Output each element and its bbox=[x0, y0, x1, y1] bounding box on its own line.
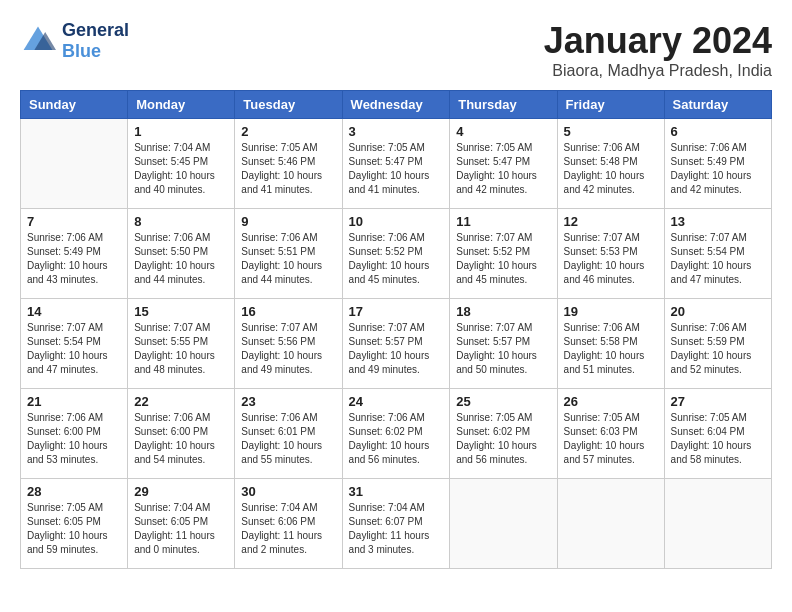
title-area: January 2024 Biaora, Madhya Pradesh, Ind… bbox=[544, 20, 772, 80]
day-number: 28 bbox=[27, 484, 121, 499]
calendar-cell: 12Sunrise: 7:07 AM Sunset: 5:53 PM Dayli… bbox=[557, 209, 664, 299]
day-info: Sunrise: 7:04 AM Sunset: 6:05 PM Dayligh… bbox=[134, 501, 228, 557]
calendar-cell: 26Sunrise: 7:05 AM Sunset: 6:03 PM Dayli… bbox=[557, 389, 664, 479]
location: Biaora, Madhya Pradesh, India bbox=[544, 62, 772, 80]
day-info: Sunrise: 7:06 AM Sunset: 6:00 PM Dayligh… bbox=[27, 411, 121, 467]
day-info: Sunrise: 7:06 AM Sunset: 5:59 PM Dayligh… bbox=[671, 321, 765, 377]
calendar-cell: 19Sunrise: 7:06 AM Sunset: 5:58 PM Dayli… bbox=[557, 299, 664, 389]
calendar-cell: 25Sunrise: 7:05 AM Sunset: 6:02 PM Dayli… bbox=[450, 389, 557, 479]
day-info: Sunrise: 7:04 AM Sunset: 6:07 PM Dayligh… bbox=[349, 501, 444, 557]
day-header-saturday: Saturday bbox=[664, 91, 771, 119]
day-info: Sunrise: 7:06 AM Sunset: 5:52 PM Dayligh… bbox=[349, 231, 444, 287]
day-info: Sunrise: 7:06 AM Sunset: 5:58 PM Dayligh… bbox=[564, 321, 658, 377]
day-number: 19 bbox=[564, 304, 658, 319]
calendar-cell: 10Sunrise: 7:06 AM Sunset: 5:52 PM Dayli… bbox=[342, 209, 450, 299]
day-info: Sunrise: 7:05 AM Sunset: 5:47 PM Dayligh… bbox=[456, 141, 550, 197]
calendar-cell: 17Sunrise: 7:07 AM Sunset: 5:57 PM Dayli… bbox=[342, 299, 450, 389]
day-info: Sunrise: 7:06 AM Sunset: 5:49 PM Dayligh… bbox=[671, 141, 765, 197]
calendar-week-row: 28Sunrise: 7:05 AM Sunset: 6:05 PM Dayli… bbox=[21, 479, 772, 569]
day-number: 27 bbox=[671, 394, 765, 409]
day-number: 30 bbox=[241, 484, 335, 499]
day-number: 24 bbox=[349, 394, 444, 409]
day-number: 23 bbox=[241, 394, 335, 409]
day-info: Sunrise: 7:07 AM Sunset: 5:57 PM Dayligh… bbox=[456, 321, 550, 377]
day-number: 9 bbox=[241, 214, 335, 229]
calendar-cell: 5Sunrise: 7:06 AM Sunset: 5:48 PM Daylig… bbox=[557, 119, 664, 209]
day-header-friday: Friday bbox=[557, 91, 664, 119]
calendar-cell: 21Sunrise: 7:06 AM Sunset: 6:00 PM Dayli… bbox=[21, 389, 128, 479]
calendar-cell: 2Sunrise: 7:05 AM Sunset: 5:46 PM Daylig… bbox=[235, 119, 342, 209]
calendar-cell: 20Sunrise: 7:06 AM Sunset: 5:59 PM Dayli… bbox=[664, 299, 771, 389]
calendar-week-row: 14Sunrise: 7:07 AM Sunset: 5:54 PM Dayli… bbox=[21, 299, 772, 389]
day-number: 20 bbox=[671, 304, 765, 319]
month-title: January 2024 bbox=[544, 20, 772, 62]
calendar-cell: 9Sunrise: 7:06 AM Sunset: 5:51 PM Daylig… bbox=[235, 209, 342, 299]
day-number: 10 bbox=[349, 214, 444, 229]
day-info: Sunrise: 7:06 AM Sunset: 5:49 PM Dayligh… bbox=[27, 231, 121, 287]
day-number: 25 bbox=[456, 394, 550, 409]
calendar-cell: 31Sunrise: 7:04 AM Sunset: 6:07 PM Dayli… bbox=[342, 479, 450, 569]
day-info: Sunrise: 7:07 AM Sunset: 5:56 PM Dayligh… bbox=[241, 321, 335, 377]
day-number: 15 bbox=[134, 304, 228, 319]
day-info: Sunrise: 7:05 AM Sunset: 6:03 PM Dayligh… bbox=[564, 411, 658, 467]
calendar-cell bbox=[664, 479, 771, 569]
day-info: Sunrise: 7:06 AM Sunset: 6:02 PM Dayligh… bbox=[349, 411, 444, 467]
day-header-sunday: Sunday bbox=[21, 91, 128, 119]
calendar-header-row: SundayMondayTuesdayWednesdayThursdayFrid… bbox=[21, 91, 772, 119]
day-number: 1 bbox=[134, 124, 228, 139]
day-info: Sunrise: 7:05 AM Sunset: 6:04 PM Dayligh… bbox=[671, 411, 765, 467]
day-info: Sunrise: 7:05 AM Sunset: 5:46 PM Dayligh… bbox=[241, 141, 335, 197]
calendar-cell: 3Sunrise: 7:05 AM Sunset: 5:47 PM Daylig… bbox=[342, 119, 450, 209]
calendar-cell: 15Sunrise: 7:07 AM Sunset: 5:55 PM Dayli… bbox=[128, 299, 235, 389]
calendar-cell: 6Sunrise: 7:06 AM Sunset: 5:49 PM Daylig… bbox=[664, 119, 771, 209]
calendar-week-row: 1Sunrise: 7:04 AM Sunset: 5:45 PM Daylig… bbox=[21, 119, 772, 209]
calendar-cell: 23Sunrise: 7:06 AM Sunset: 6:01 PM Dayli… bbox=[235, 389, 342, 479]
calendar-cell: 29Sunrise: 7:04 AM Sunset: 6:05 PM Dayli… bbox=[128, 479, 235, 569]
calendar-table: SundayMondayTuesdayWednesdayThursdayFrid… bbox=[20, 90, 772, 569]
calendar-cell bbox=[557, 479, 664, 569]
calendar-cell: 22Sunrise: 7:06 AM Sunset: 6:00 PM Dayli… bbox=[128, 389, 235, 479]
day-number: 7 bbox=[27, 214, 121, 229]
calendar-cell: 24Sunrise: 7:06 AM Sunset: 6:02 PM Dayli… bbox=[342, 389, 450, 479]
day-info: Sunrise: 7:06 AM Sunset: 5:48 PM Dayligh… bbox=[564, 141, 658, 197]
day-number: 29 bbox=[134, 484, 228, 499]
day-number: 8 bbox=[134, 214, 228, 229]
day-number: 4 bbox=[456, 124, 550, 139]
day-info: Sunrise: 7:05 AM Sunset: 6:05 PM Dayligh… bbox=[27, 501, 121, 557]
calendar-cell: 18Sunrise: 7:07 AM Sunset: 5:57 PM Dayli… bbox=[450, 299, 557, 389]
day-info: Sunrise: 7:06 AM Sunset: 5:50 PM Dayligh… bbox=[134, 231, 228, 287]
page-header: General Blue January 2024 Biaora, Madhya… bbox=[20, 20, 772, 80]
day-info: Sunrise: 7:06 AM Sunset: 6:00 PM Dayligh… bbox=[134, 411, 228, 467]
calendar-cell: 4Sunrise: 7:05 AM Sunset: 5:47 PM Daylig… bbox=[450, 119, 557, 209]
day-number: 12 bbox=[564, 214, 658, 229]
calendar-week-row: 7Sunrise: 7:06 AM Sunset: 5:49 PM Daylig… bbox=[21, 209, 772, 299]
day-info: Sunrise: 7:04 AM Sunset: 6:06 PM Dayligh… bbox=[241, 501, 335, 557]
day-number: 22 bbox=[134, 394, 228, 409]
day-header-tuesday: Tuesday bbox=[235, 91, 342, 119]
day-info: Sunrise: 7:07 AM Sunset: 5:57 PM Dayligh… bbox=[349, 321, 444, 377]
day-info: Sunrise: 7:07 AM Sunset: 5:52 PM Dayligh… bbox=[456, 231, 550, 287]
day-header-thursday: Thursday bbox=[450, 91, 557, 119]
logo-text: General Blue bbox=[62, 20, 129, 62]
logo-icon bbox=[20, 23, 56, 59]
day-number: 6 bbox=[671, 124, 765, 139]
calendar-cell bbox=[21, 119, 128, 209]
day-number: 26 bbox=[564, 394, 658, 409]
day-info: Sunrise: 7:07 AM Sunset: 5:53 PM Dayligh… bbox=[564, 231, 658, 287]
day-number: 11 bbox=[456, 214, 550, 229]
calendar-cell: 8Sunrise: 7:06 AM Sunset: 5:50 PM Daylig… bbox=[128, 209, 235, 299]
day-number: 5 bbox=[564, 124, 658, 139]
day-header-wednesday: Wednesday bbox=[342, 91, 450, 119]
day-info: Sunrise: 7:04 AM Sunset: 5:45 PM Dayligh… bbox=[134, 141, 228, 197]
calendar-cell: 11Sunrise: 7:07 AM Sunset: 5:52 PM Dayli… bbox=[450, 209, 557, 299]
day-info: Sunrise: 7:07 AM Sunset: 5:54 PM Dayligh… bbox=[671, 231, 765, 287]
day-header-monday: Monday bbox=[128, 91, 235, 119]
calendar-cell: 13Sunrise: 7:07 AM Sunset: 5:54 PM Dayli… bbox=[664, 209, 771, 299]
calendar-week-row: 21Sunrise: 7:06 AM Sunset: 6:00 PM Dayli… bbox=[21, 389, 772, 479]
day-number: 31 bbox=[349, 484, 444, 499]
day-number: 14 bbox=[27, 304, 121, 319]
day-number: 3 bbox=[349, 124, 444, 139]
day-number: 13 bbox=[671, 214, 765, 229]
calendar-cell: 7Sunrise: 7:06 AM Sunset: 5:49 PM Daylig… bbox=[21, 209, 128, 299]
day-number: 21 bbox=[27, 394, 121, 409]
